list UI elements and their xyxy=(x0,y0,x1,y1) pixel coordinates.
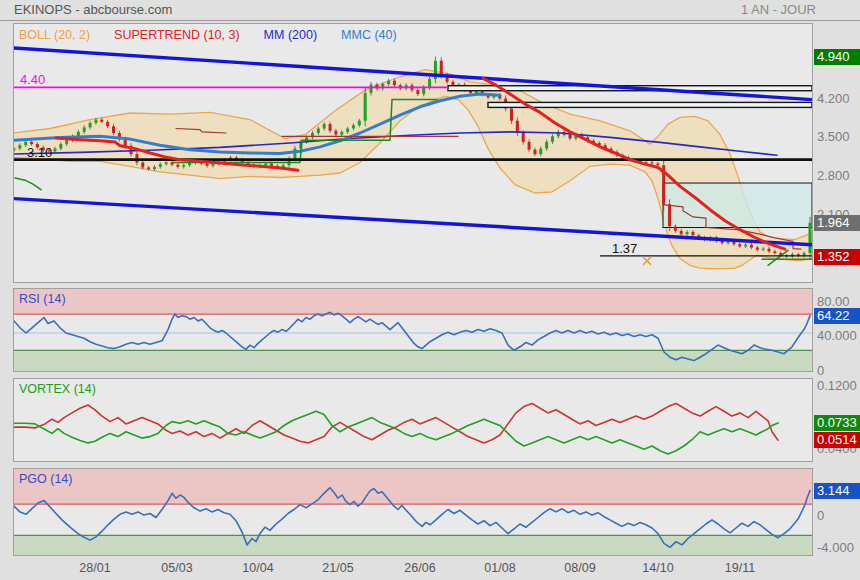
level-label: 4.40 xyxy=(20,72,45,87)
candle-body xyxy=(100,120,103,122)
candle-body xyxy=(738,244,741,246)
pgo-panel[interactable]: PGO (14) xyxy=(13,468,813,556)
candle-body xyxy=(440,61,443,75)
pgo-canvas[interactable] xyxy=(14,469,812,555)
price-chart-canvas[interactable]: 4.403.101.37 xyxy=(14,24,812,282)
candle-body xyxy=(475,91,478,93)
candle-body xyxy=(270,164,273,166)
candle-body xyxy=(83,127,86,131)
candle-body xyxy=(53,149,56,152)
candle-body xyxy=(182,165,185,167)
candle-body xyxy=(89,123,92,127)
candle-body xyxy=(159,164,162,167)
candle-body xyxy=(510,109,513,121)
candle-body xyxy=(340,132,343,135)
candle-body xyxy=(428,79,431,87)
pgo-axis-tick: -4.000 xyxy=(817,540,859,556)
candle-body xyxy=(522,133,525,142)
candle-body xyxy=(756,248,759,250)
date-tick-label: 19/11 xyxy=(705,561,775,575)
candle-body xyxy=(387,81,390,84)
candle-body xyxy=(416,90,419,94)
candle-body xyxy=(317,129,320,133)
date-tick-label: 10/04 xyxy=(223,561,293,575)
timeframe-label: 1 AN - JOUR xyxy=(741,2,816,17)
candle-body xyxy=(358,121,361,125)
candle-body xyxy=(206,164,209,166)
candle-body xyxy=(691,232,694,235)
series-line xyxy=(14,403,778,443)
candle-body xyxy=(18,145,21,148)
legend-item-boll: BOLL (20, 2) xyxy=(19,28,90,42)
date-tick-label: 08/09 xyxy=(545,561,615,575)
candle-body xyxy=(551,136,554,142)
vortex-axis-tick: 0.1200 xyxy=(817,378,859,394)
indicator-legend: BOLL (20, 2) SUPERTREND (10, 3) MM (200)… xyxy=(19,28,397,42)
date-tick-label: 01/08 xyxy=(465,561,535,575)
candle-body xyxy=(744,245,747,247)
date-tick-label: 05/03 xyxy=(142,561,212,575)
candle-body xyxy=(14,149,16,151)
x-marker xyxy=(643,257,651,265)
series-line xyxy=(14,411,778,454)
price-chart-panel[interactable]: 4.403.101.37 BOLL (20, 2) SUPERTREND (10… xyxy=(13,23,813,283)
candle-body xyxy=(176,165,179,167)
candle-body xyxy=(59,144,62,148)
candle-body xyxy=(393,81,396,85)
rsi-label: RSI (14) xyxy=(19,292,66,306)
legend-item-mmc40: MMC (40) xyxy=(341,28,397,42)
candle-body xyxy=(165,162,168,164)
legend-item-supertrend: SUPERTREND (10, 3) xyxy=(114,28,240,42)
price-axis-tick: 4.200 xyxy=(817,91,859,107)
oscillator-zone xyxy=(14,469,812,504)
rsi-axis-tick: 0 xyxy=(817,363,859,379)
candle-body xyxy=(346,129,349,132)
candle-body xyxy=(650,162,653,163)
candle-body xyxy=(370,85,373,93)
price-axis-tick: 3.500 xyxy=(817,129,859,145)
rsi-canvas[interactable] xyxy=(14,289,812,371)
price-axis-tick: 2.800 xyxy=(817,168,859,184)
rsi-panel[interactable]: RSI (14) xyxy=(13,288,813,372)
candle-body xyxy=(545,142,548,149)
rsi-value-badge: 64.22 xyxy=(814,308,860,324)
candle-body xyxy=(750,245,753,248)
vortex-label: VORTEX (14) xyxy=(19,382,96,396)
vortex-value-badge: 0.0514 xyxy=(814,432,860,448)
vortex-canvas[interactable] xyxy=(14,379,812,461)
candle-body xyxy=(809,223,812,253)
candle-body xyxy=(329,124,332,131)
candle-body xyxy=(212,164,215,166)
candle-body xyxy=(539,149,542,155)
vortex-panel[interactable]: VORTEX (14) xyxy=(13,378,813,462)
candle-body xyxy=(147,167,150,169)
date-tick-label: 26/06 xyxy=(385,561,455,575)
candle-body xyxy=(528,142,531,150)
candle-body xyxy=(422,87,425,94)
price-value-badge: 1.352 xyxy=(814,249,860,265)
candle-body xyxy=(762,249,765,250)
candle-body xyxy=(293,149,296,159)
candle-body xyxy=(94,120,97,123)
candle-body xyxy=(141,162,144,167)
pgo-value-badge: 3.144 xyxy=(814,483,860,499)
resistance-band xyxy=(488,102,812,107)
candle-body xyxy=(153,167,156,169)
level-label: 1.37 xyxy=(612,241,637,256)
price-value-badge: 1.964 xyxy=(814,215,860,231)
candle-body xyxy=(264,164,267,166)
price-value-badge: 4.940 xyxy=(814,49,860,65)
candle-body xyxy=(656,164,659,166)
candle-body xyxy=(680,231,683,234)
candle-body xyxy=(686,232,689,234)
page-title: EKINOPS - abcbourse.com xyxy=(14,2,172,17)
candle-body xyxy=(516,121,519,133)
pgo-axis-tick: 0 xyxy=(817,508,859,524)
oscillator-zone xyxy=(14,535,812,555)
level-label: 3.10 xyxy=(27,145,52,160)
legend-item-mm200: MM (200) xyxy=(264,28,317,42)
candle-body xyxy=(533,150,536,154)
candle-body xyxy=(768,249,771,252)
candle-body xyxy=(65,140,68,144)
oscillator-zone xyxy=(14,289,812,314)
